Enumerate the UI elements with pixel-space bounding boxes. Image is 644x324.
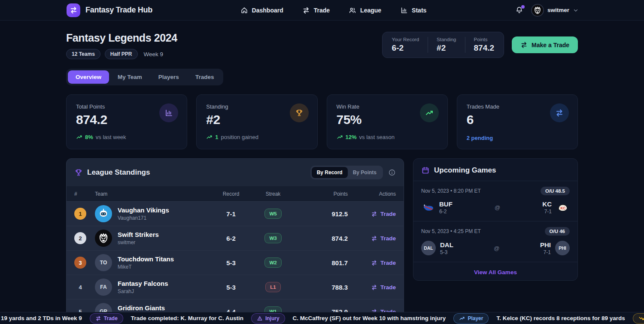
- standings-title: League Standings: [74, 168, 150, 177]
- nav-item-league[interactable]: League: [349, 6, 381, 14]
- card-icon-wrap: [420, 103, 439, 122]
- points-stat: Points 874.2: [465, 37, 495, 53]
- record-summary-box: Your Record 6-2 Standing #2 Points 874.2: [382, 32, 504, 58]
- stat-value: #2: [437, 43, 456, 53]
- table-row-fantasy-falcons[interactable]: 4 FA Fantasy Falcons SarahJ 5-3 L1 788.3…: [67, 275, 404, 299]
- brand[interactable]: Fantasy Trade Hub: [67, 3, 152, 17]
- avatar: [531, 4, 544, 17]
- points-value: 801.7: [295, 259, 348, 266]
- view-tabs: Overview My Team Players Trades: [66, 69, 223, 85]
- team-initials-avatar: TO: [95, 254, 112, 271]
- team-name: Swift Strikers: [118, 231, 159, 238]
- page-title: Fantasy Legends 2024: [66, 32, 177, 44]
- swap-arrows-icon: [371, 284, 377, 291]
- team-owner: SarahJ: [118, 288, 168, 294]
- away-team-record: 5-3: [440, 249, 453, 255]
- rank-badge: 4: [74, 281, 86, 293]
- robot-avatar-icon: [95, 205, 112, 222]
- tab-overview[interactable]: Overview: [68, 70, 109, 84]
- home-team-name: PHI: [540, 241, 551, 248]
- home-team-record: 7-1: [540, 249, 551, 255]
- trending-up-icon: [76, 134, 82, 140]
- ticker-item: Trade completed: K. Murray for C. Austin: [131, 315, 243, 321]
- ticker-item: 19 yards and 2 TDs in Week 9: [1, 315, 82, 321]
- points-value: 912.5: [295, 210, 348, 218]
- swap-arrows-icon: [371, 260, 377, 266]
- team-name: Gridiron Giants: [118, 304, 165, 312]
- points-value: 788.3: [295, 284, 348, 291]
- info-icon[interactable]: [388, 169, 396, 176]
- trade-label: Trade: [380, 235, 396, 242]
- delta-value: 1: [215, 134, 218, 140]
- table-row-swift-strikers[interactable]: 2 Swift Strikers switmer 6-2 W3 874.2 Tr…: [67, 226, 404, 250]
- ticker-item: C. McCaffrey (SF) out for Week 10 with h…: [293, 315, 446, 321]
- home-team-record: 7-1: [542, 209, 552, 215]
- bar-chart-icon: [400, 6, 408, 14]
- at-symbol: @: [495, 204, 500, 211]
- col-points: Points: [295, 191, 348, 197]
- delta-note: vs last season: [359, 134, 395, 140]
- trending-up-icon: [425, 109, 434, 117]
- game-buf-kc[interactable]: Nov 5, 2023 • 8:20 PM ET O/U 48.5 BUF 6-…: [413, 181, 577, 221]
- toggle-by-record[interactable]: By Record: [312, 167, 348, 178]
- card-icon-wrap: [290, 103, 309, 122]
- over-under-badge: O/U 48.5: [541, 187, 570, 195]
- player-badge: Player: [453, 313, 489, 324]
- trade-button[interactable]: Trade: [348, 284, 396, 291]
- away-team-name: DAL: [440, 241, 453, 248]
- trade-button[interactable]: Trade: [348, 211, 396, 217]
- trending-down-icon: [638, 315, 644, 321]
- stat-value: 6-2: [392, 43, 419, 53]
- points-value: 874.2: [295, 235, 348, 242]
- app-logo: [67, 3, 80, 17]
- panel-title-text: League Standings: [87, 168, 150, 177]
- game-dal-phi[interactable]: Nov 5, 2023 • 4:25 PM ET O/U 46 DAL DAL …: [413, 221, 577, 262]
- tab-trades[interactable]: Trades: [188, 70, 222, 84]
- team-name: Fantasy Falcons: [118, 280, 168, 287]
- trending-up-icon: [337, 134, 343, 140]
- streak-badge: W2: [264, 257, 281, 268]
- notifications-button[interactable]: [514, 5, 524, 15]
- bills-logo-icon: [421, 201, 435, 215]
- col-record: Record: [211, 191, 251, 197]
- panel-title-text: Upcoming Games: [434, 166, 496, 175]
- team-name: Touchdown Titans: [118, 255, 174, 263]
- username: switmer: [547, 7, 569, 13]
- trending-up-icon: [206, 134, 213, 140]
- badge-label: Trade: [104, 315, 118, 321]
- nav-item-stats[interactable]: Stats: [400, 6, 426, 14]
- delta-value: 12%: [346, 134, 357, 140]
- swap-arrows-icon: [371, 235, 377, 242]
- view-all-games-link[interactable]: View All Games: [413, 262, 577, 282]
- nav-item-dashboard[interactable]: Dashboard: [240, 6, 283, 14]
- table-row-touchdown-titans[interactable]: 3 TO Touchdown Titans MikeT 5-3 W2 801.7…: [67, 250, 404, 275]
- home-team-name: KC: [542, 200, 552, 208]
- tab-my-team[interactable]: My Team: [110, 70, 150, 84]
- make-a-trade-button[interactable]: Make a Trade: [512, 36, 578, 53]
- swap-arrows-icon: [371, 211, 377, 217]
- tab-players[interactable]: Players: [151, 70, 187, 84]
- swap-arrows-icon: [555, 109, 564, 117]
- nav-item-trade[interactable]: Trade: [302, 6, 330, 14]
- calendar-icon: [421, 166, 430, 175]
- bar-chart-icon: [164, 109, 173, 117]
- record-value: 5-3: [211, 259, 251, 266]
- win-rate-card: Win Rate 75% 12% vs last season: [327, 94, 448, 149]
- team-owner: Vaughan171: [118, 215, 169, 221]
- trade-button[interactable]: Trade: [348, 260, 396, 266]
- news-ticker[interactable]: 19 yards and 2 TDs in Week 9 Trade Trade…: [0, 312, 644, 324]
- user-menu[interactable]: switmer: [531, 4, 579, 17]
- trending-up-icon: [459, 315, 465, 321]
- trade-label: Trade: [380, 211, 396, 217]
- streak-badge: W3: [264, 233, 281, 243]
- toggle-by-points[interactable]: By Points: [348, 167, 382, 178]
- trade-button[interactable]: Trade: [348, 235, 396, 242]
- table-row-vaughan-vikings[interactable]: 1 Vaughan Vikings Vaughan171 7-1 W5 912.…: [67, 201, 404, 226]
- stat-label: Standing: [437, 37, 456, 42]
- badge-label: Injury: [265, 315, 279, 321]
- total-points-card: Total Points 874.2 8% vs last week: [66, 94, 187, 149]
- pending-trades-note[interactable]: 2 pending: [467, 135, 568, 141]
- team-owner: MikeT: [118, 264, 174, 270]
- injury-badge: Injury: [251, 313, 285, 324]
- streak-badge: W5: [264, 209, 281, 219]
